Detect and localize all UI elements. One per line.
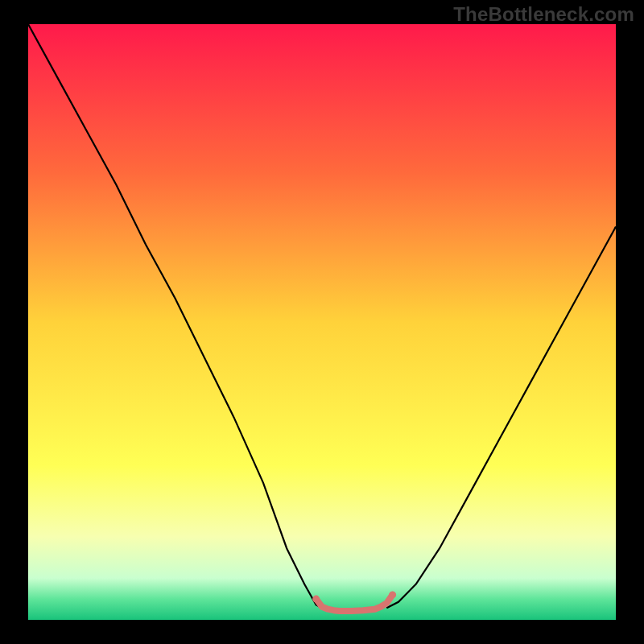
watermark-label: TheBottleneck.com [453, 3, 634, 26]
chart-background [28, 24, 616, 620]
left-end-dot [312, 596, 320, 603]
chart-plot [28, 24, 616, 620]
right-end-dot [389, 591, 396, 598]
chart-svg [28, 24, 616, 620]
chart-frame: TheBottleneck.com [0, 0, 644, 644]
